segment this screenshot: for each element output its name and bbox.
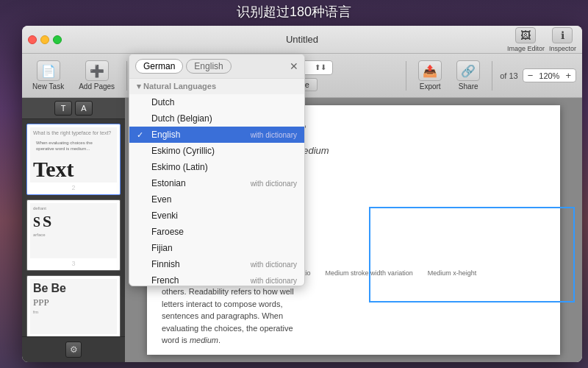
sidebar-toolbar: T A (22, 98, 125, 119)
page-thumb-1-content: What is the right typeface for text? Whe… (30, 127, 117, 183)
add-pages-button[interactable]: ➕ Add Pages (74, 57, 119, 93)
lang-arrows-icon: ⬆⬇ (315, 63, 326, 71)
doc-body: others. Readability refers to how well l… (162, 286, 309, 347)
zoom-controls: − 120% + (523, 68, 576, 82)
close-button[interactable] (28, 35, 37, 44)
share-icon: 🔗 (456, 60, 480, 81)
dropdown-search-bar: German English ✕ (129, 54, 304, 79)
lang-item-french[interactable]: French with dictionary (129, 272, 304, 286)
image-editor-button[interactable]: 🖼 Image Editor (507, 27, 545, 52)
toolbar-separator-3 (492, 61, 492, 91)
lang-item-fijian[interactable]: Fijian (129, 240, 304, 256)
page-thumb-2[interactable]: defiant S S arface 3 (26, 199, 121, 271)
share-button[interactable]: 🔗 Share (452, 57, 484, 93)
lang-item-evenki[interactable]: Evenki (129, 208, 304, 224)
export-button[interactable]: 📤 Export (414, 57, 446, 93)
lang-pill-english[interactable]: English (186, 59, 231, 74)
toolbar-right: of 13 − 120% + (500, 68, 576, 82)
toolbar-separator (126, 61, 127, 91)
banner-text: 识别超过180种语言 (237, 3, 351, 21)
traffic-lights (28, 35, 62, 44)
lang-pill-german[interactable]: German (135, 59, 183, 74)
lang-item-english[interactable]: ✓ English with dictionary (129, 127, 304, 143)
top-banner: 识别超过180种语言 (0, 0, 588, 24)
sidebar: T A What is the right typeface for text?… (22, 98, 125, 362)
lang-item-eskimo-cyrillic[interactable]: Eskimo (Cyrillic) (129, 143, 304, 159)
lang-item-faroese[interactable]: Faroese (129, 224, 304, 240)
inspector-icon: ℹ (552, 27, 573, 43)
zoom-in-button[interactable]: + (564, 70, 573, 81)
export-icon: 📤 (418, 60, 442, 81)
new-task-button[interactable]: 📄 New Task (28, 57, 68, 93)
page-thumb-2-content: defiant S S arface (30, 203, 117, 258)
titlebar-right: 🖼 Image Editor ℹ Inspector (507, 27, 576, 52)
add-pages-icon: ➕ (85, 60, 109, 81)
new-task-icon: 📄 (37, 60, 60, 81)
inspector-button[interactable]: ℹ Inspector (549, 27, 576, 52)
page-thumb-3-content: Be Be PPP frn (30, 279, 117, 334)
sidebar-settings-button[interactable]: ⚙ (65, 342, 82, 358)
sidebar-tool-a[interactable]: A (75, 101, 93, 116)
lang-item-dutch-belgian[interactable]: Dutch (Belgian) (129, 110, 304, 127)
toolbar-separator-2 (406, 61, 406, 91)
page-thumb-3[interactable]: Be Be PPP frn 4 (26, 275, 121, 336)
page-thumb-3-num: 4 (30, 336, 117, 336)
sidebar-pages: What is the right typeface for text? Whe… (22, 119, 125, 336)
page-thumb-2-num: 3 (30, 260, 117, 267)
dropdown-section-natural: ▾ Natural Languages (129, 79, 304, 94)
zoom-level: 120% (537, 71, 562, 80)
dropdown-search-icon[interactable]: ✕ (290, 60, 298, 72)
lang-item-estonian[interactable]: Estonian with dictionary (129, 175, 304, 191)
dropdown-list: Dutch Dutch (Belgian) ✓ English with dic… (129, 94, 304, 286)
lang-item-even[interactable]: Even (129, 191, 304, 208)
page-thumb-1[interactable]: What is the right typeface for text? Whe… (26, 124, 121, 195)
lang-item-eskimo-latin[interactable]: Eskimo (Latin) (129, 159, 304, 175)
window-title: Untitled (286, 34, 318, 45)
lang-item-finnish[interactable]: Finnish with dictionary (129, 256, 304, 272)
language-dropdown: German English ✕ ▾ Natural Languages Dut… (129, 54, 305, 286)
sidebar-tool-t[interactable]: T (54, 101, 72, 116)
page-thumb-1-num: 2 (30, 184, 117, 191)
lang-item-dutch[interactable]: Dutch (129, 94, 304, 110)
minimize-button[interactable] (40, 35, 49, 44)
maximize-button[interactable] (53, 35, 62, 44)
english-check: ✓ (137, 130, 147, 140)
page-info: of 13 (500, 71, 517, 80)
titlebar: Untitled 🖼 Image Editor ℹ Inspector (22, 26, 582, 54)
sidebar-bottom: ⚙ (22, 336, 125, 362)
image-editor-icon: 🖼 (515, 27, 536, 43)
zoom-out-button[interactable]: − (526, 70, 535, 81)
app-window: Untitled 🖼 Image Editor ℹ Inspector 📄 Ne… (22, 26, 582, 362)
